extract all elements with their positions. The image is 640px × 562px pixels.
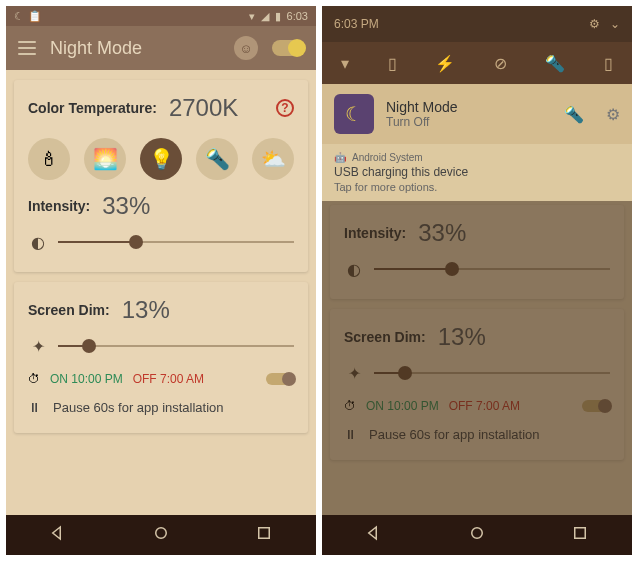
qs-tiles: ▾ ▯ ⚡ ⊘ 🔦 ▯ <box>322 42 632 84</box>
battery-icon: ▮ <box>275 10 281 23</box>
dim-slider[interactable] <box>58 334 294 358</box>
dimmed-content: Intensity: 33% ◐ Screen Dim: 13% ✦ <box>322 201 632 515</box>
schedule-toggle[interactable] <box>266 373 294 385</box>
color-temp-card: Color Temperature: 2700K ? 🕯 🌅 💡 🔦 ⛅ Int… <box>14 80 308 272</box>
nav-bar <box>6 515 316 555</box>
app-bar: Night Mode ☺ <box>6 26 316 70</box>
qs-header: 6:03 PM ⚙ ⌄ <box>322 6 632 42</box>
intensity-label: Intensity: <box>28 198 90 214</box>
back-button[interactable] <box>365 524 383 546</box>
bg-pause-label: Pause 60s for app installation <box>369 427 540 442</box>
back-button[interactable] <box>49 524 67 546</box>
sys-app-name: Android System <box>352 152 423 163</box>
timer-icon: ⏱ <box>344 399 356 413</box>
bg-dim-slider <box>374 361 610 385</box>
sys-title: USB charging this device <box>334 165 620 179</box>
recent-button[interactable] <box>255 524 273 546</box>
avatar[interactable]: ☺ <box>234 36 258 60</box>
svg-rect-1 <box>259 528 270 539</box>
chevron-down-icon[interactable]: ⌄ <box>610 17 620 31</box>
rotate-tile[interactable]: ▯ <box>604 54 613 73</box>
wifi-tile[interactable]: ▾ <box>341 54 349 73</box>
clipboard-icon: 📋 <box>28 10 42 23</box>
preset-cfl[interactable]: 🔦 <box>196 138 238 180</box>
status-bar: ☾ 📋 ▾ ◢ ▮ 6:03 <box>6 6 316 26</box>
flash-action-icon[interactable]: 🔦 <box>564 105 584 124</box>
bg-schedule-toggle <box>582 400 610 412</box>
bg-dim-value: 13% <box>438 323 486 351</box>
preset-bulb[interactable]: 💡 <box>140 138 182 180</box>
brightness-icon: ✦ <box>28 336 48 356</box>
bg-dim-label: Screen Dim: <box>344 329 426 345</box>
recent-button[interactable] <box>571 524 589 546</box>
system-notification[interactable]: 🤖 Android System USB charging this devic… <box>322 144 632 201</box>
bg-pause-row: ⏸ Pause 60s for app installation <box>344 427 610 442</box>
preset-row: 🕯 🌅 💡 🔦 ⛅ <box>28 138 294 180</box>
contrast-icon: ◐ <box>344 259 364 279</box>
moon-icon: ☾ <box>14 10 24 23</box>
home-button[interactable] <box>468 524 486 546</box>
bg-intensity-card: Intensity: 33% ◐ <box>330 205 624 299</box>
color-temp-label: Color Temperature: <box>28 100 157 116</box>
menu-icon[interactable] <box>18 41 36 55</box>
schedule-on[interactable]: ON 10:00 PM <box>50 372 123 386</box>
content: Color Temperature: 2700K ? 🕯 🌅 💡 🔦 ⛅ Int… <box>6 70 316 515</box>
app-title: Night Mode <box>50 38 220 59</box>
pause-label: Pause 60s for app installation <box>53 400 224 415</box>
master-toggle[interactable] <box>272 40 304 56</box>
screen-dim-card: Screen Dim: 13% ✦ ⏱ ON 10:00 PM OFF 7:00… <box>14 282 308 433</box>
settings-icon[interactable]: ⚙ <box>589 17 600 31</box>
notif-title: Night Mode <box>386 99 552 115</box>
flash-tile[interactable]: 🔦 <box>545 54 565 73</box>
phone-left: ☾ 📋 ▾ ◢ ▮ 6:03 Night Mode ☺ Color Temper… <box>6 6 316 555</box>
svg-rect-3 <box>575 528 586 539</box>
timer-icon: ⏱ <box>28 372 40 386</box>
preset-candle[interactable]: 🕯 <box>28 138 70 180</box>
schedule-off[interactable]: OFF 7:00 AM <box>133 372 204 386</box>
sim-tile[interactable]: ▯ <box>388 54 397 73</box>
help-icon[interactable]: ? <box>276 99 294 117</box>
sys-sub: Tap for more options. <box>334 181 620 193</box>
preset-sunset[interactable]: 🌅 <box>84 138 126 180</box>
pause-row[interactable]: ⏸ Pause 60s for app installation <box>28 400 294 415</box>
bg-schedule-on: ON 10:00 PM <box>366 399 439 413</box>
preset-sunny[interactable]: ⛅ <box>252 138 294 180</box>
nav-bar <box>322 515 632 555</box>
color-temp-value: 2700K <box>169 94 238 122</box>
wifi-icon: ▾ <box>249 10 255 23</box>
bg-schedule: ⏱ ON 10:00 PM OFF 7:00 AM <box>344 399 610 413</box>
android-icon: 🤖 <box>334 152 346 163</box>
brightness-icon: ✦ <box>344 363 364 383</box>
qs-time: 6:03 PM <box>334 17 579 31</box>
bg-intensity-label: Intensity: <box>344 225 406 241</box>
nightmode-notification[interactable]: ☾ Night Mode Turn Off 🔦 ⚙ <box>322 84 632 144</box>
bg-intensity-value: 33% <box>418 219 466 247</box>
home-button[interactable] <box>152 524 170 546</box>
battery-tile[interactable]: ⚡ <box>435 54 455 73</box>
signal-icon: ◢ <box>261 10 269 23</box>
pause-icon: ⏸ <box>344 427 357 442</box>
bg-intensity-slider <box>374 257 610 281</box>
svg-point-2 <box>472 528 483 539</box>
notif-subtitle: Turn Off <box>386 115 552 129</box>
status-time: 6:03 <box>287 10 308 22</box>
phone-right: 6:03 PM ⚙ ⌄ ▾ ▯ ⚡ ⊘ 🔦 ▯ ☾ Night Mode Tur… <box>322 6 632 555</box>
svg-point-0 <box>156 528 167 539</box>
moon-app-icon: ☾ <box>334 94 374 134</box>
dnd-tile[interactable]: ⊘ <box>494 54 507 73</box>
intensity-value: 33% <box>102 192 150 220</box>
bg-schedule-off: OFF 7:00 AM <box>449 399 520 413</box>
gear-action-icon[interactable]: ⚙ <box>606 105 620 124</box>
dim-label: Screen Dim: <box>28 302 110 318</box>
dim-value: 13% <box>122 296 170 324</box>
intensity-slider[interactable] <box>58 230 294 254</box>
bg-dim-card: Screen Dim: 13% ✦ ⏱ ON 10:00 PM OFF 7:00… <box>330 309 624 460</box>
schedule-row: ⏱ ON 10:00 PM OFF 7:00 AM <box>28 372 294 386</box>
contrast-icon: ◐ <box>28 232 48 252</box>
pause-icon: ⏸ <box>28 400 41 415</box>
